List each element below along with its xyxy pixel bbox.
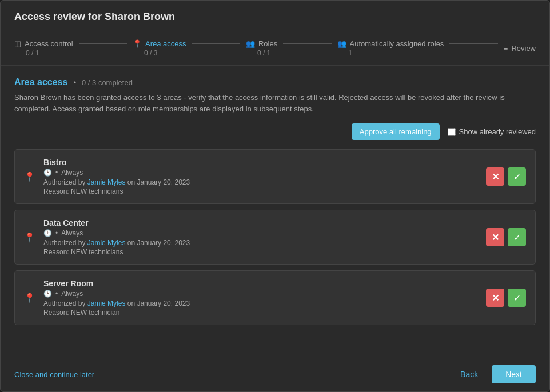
step-area-access-counter: 0 / 3 xyxy=(144,49,157,57)
access-item-body-datacenter: Data Center 🕑 • Always Authorized by Jam… xyxy=(43,218,478,256)
modal-title: Access review for Sharon Brown xyxy=(14,11,536,23)
step-roles[interactable]: 👥 Roles 0 / 1 xyxy=(246,39,277,57)
modal-header: Access review for Sharon Brown xyxy=(1,1,549,31)
footer-right: Back Next xyxy=(452,365,536,383)
step-access-control-counter: 0 / 1 xyxy=(26,49,39,57)
access-item-body-bistro: Bistro 🕑 • Always Authorized by Jamie My… xyxy=(43,158,478,195)
authorized-by-bistro[interactable]: Jamie Myles xyxy=(87,178,126,186)
step-area-access[interactable]: 📍 Area access 0 / 3 xyxy=(133,39,186,57)
always-text-bistro: Always xyxy=(61,169,83,177)
access-item-bistro: 📍 Bistro 🕑 • Always Authorized by Jamie … xyxy=(14,149,536,204)
separator: • xyxy=(55,290,58,298)
section-title-row: Area access • 0 / 3 completed xyxy=(14,77,536,87)
reject-button-datacenter[interactable]: ✕ xyxy=(486,228,504,246)
access-item-auth-serverroom: Authorized by Jamie Myles on January 20,… xyxy=(43,299,478,307)
next-button[interactable]: Next xyxy=(492,365,536,383)
separator: • xyxy=(55,229,58,237)
close-later-button[interactable]: Close and continue later xyxy=(14,370,94,379)
step-line-2 xyxy=(192,43,240,44)
authorized-on-bistro: January 20, 2023 xyxy=(137,178,190,186)
step-review-label: Review xyxy=(511,44,536,53)
access-item-name-serverroom: Server Room xyxy=(43,279,478,288)
authorized-by-datacenter[interactable]: Jamie Myles xyxy=(87,239,126,247)
step-access-control[interactable]: ◫ Access control 0 / 1 xyxy=(14,39,73,57)
step-line-3 xyxy=(283,43,331,44)
modal: Access review for Sharon Brown ◫ Access … xyxy=(0,0,550,392)
clock-icon-datacenter: 🕑 xyxy=(43,229,52,237)
step-roles-label: Roles xyxy=(258,39,277,48)
location-icon-datacenter: 📍 xyxy=(24,232,35,243)
show-reviewed-label[interactable]: Show already reviewed xyxy=(448,127,536,136)
area-access-icon: 📍 xyxy=(133,39,142,48)
separator: • xyxy=(55,169,58,177)
approve-button-bistro[interactable]: ✓ xyxy=(508,167,526,186)
step-auto-roles-counter: 1 xyxy=(349,49,353,57)
access-item-reason-bistro: Reason: NEW technicians xyxy=(43,187,478,195)
action-buttons-bistro: ✕ ✓ xyxy=(486,167,526,186)
reject-button-serverroom[interactable]: ✕ xyxy=(486,289,504,307)
authorized-on-datacenter: January 20, 2023 xyxy=(137,239,190,247)
access-item-auth-datacenter: Authorized by Jamie Myles on January 20,… xyxy=(43,239,478,247)
show-reviewed-text: Show already reviewed xyxy=(459,127,536,136)
step-area-access-label: Area access xyxy=(145,39,186,48)
access-item-meta-serverroom: 🕑 • Always xyxy=(43,290,478,298)
access-item-name-datacenter: Data Center xyxy=(43,218,478,227)
modal-footer: Close and continue later Back Next xyxy=(1,357,549,391)
always-text-datacenter: Always xyxy=(61,229,83,237)
section-description: Sharon Brown has been granted access to … xyxy=(14,92,536,114)
access-item-meta-bistro: 🕑 • Always xyxy=(43,169,478,177)
clock-icon-bistro: 🕑 xyxy=(43,169,52,177)
step-auto-roles[interactable]: 👥 Automatically assigned roles 1 xyxy=(337,39,444,57)
approve-remaining-button[interactable]: Approve all remaining xyxy=(352,123,440,140)
access-item-datacenter: 📍 Data Center 🕑 • Always Authorized by J… xyxy=(14,210,536,265)
approve-button-serverroom[interactable]: ✓ xyxy=(508,289,526,307)
access-control-icon: ◫ xyxy=(14,39,21,48)
review-icon: ≡ xyxy=(504,44,508,53)
roles-icon: 👥 xyxy=(246,39,255,48)
access-item-reason-datacenter: Reason: NEW technicians xyxy=(43,248,478,256)
location-icon-serverroom: 📍 xyxy=(24,293,35,303)
access-item-name-bistro: Bistro xyxy=(43,158,478,167)
authorized-on-serverroom: January 20, 2023 xyxy=(137,299,190,307)
step-line-1 xyxy=(79,43,127,44)
step-access-control-label: Access control xyxy=(25,39,73,48)
clock-icon-serverroom: 🕑 xyxy=(43,290,52,298)
section-title-text: Area access xyxy=(14,77,67,87)
access-item-reason-serverroom: Reason: NEW technician xyxy=(43,309,478,317)
show-reviewed-checkbox[interactable] xyxy=(448,128,456,136)
step-line-4 xyxy=(449,43,497,44)
reject-button-bistro[interactable]: ✕ xyxy=(486,167,504,186)
back-button[interactable]: Back xyxy=(452,365,486,383)
authorized-by-serverroom[interactable]: Jamie Myles xyxy=(87,299,126,307)
action-buttons-datacenter: ✕ ✓ xyxy=(486,228,526,246)
auto-roles-icon: 👥 xyxy=(337,39,346,48)
access-item-meta-datacenter: 🕑 • Always xyxy=(43,229,478,237)
access-item-auth-bistro: Authorized by Jamie Myles on January 20,… xyxy=(43,178,478,186)
access-item-body-serverroom: Server Room 🕑 • Always Authorized by Jam… xyxy=(43,279,478,317)
step-roles-counter: 0 / 1 xyxy=(257,49,270,57)
action-buttons-serverroom: ✕ ✓ xyxy=(486,289,526,307)
access-item-serverroom: 📍 Server Room 🕑 • Always Authorized by J… xyxy=(14,270,536,325)
section-progress: 0 / 3 completed xyxy=(82,78,133,87)
separator-dot: • xyxy=(73,78,76,87)
main-content: Area access • 0 / 3 completed Sharon Bro… xyxy=(1,66,549,357)
step-review[interactable]: ≡ Review xyxy=(504,44,536,53)
stepper: ◫ Access control 0 / 1 📍 Area access 0 /… xyxy=(1,31,549,66)
approve-button-datacenter[interactable]: ✓ xyxy=(508,228,526,246)
always-text-serverroom: Always xyxy=(61,290,83,298)
step-auto-roles-label: Automatically assigned roles xyxy=(350,39,444,48)
controls-row: Approve all remaining Show already revie… xyxy=(14,123,536,140)
location-icon-bistro: 📍 xyxy=(24,171,35,182)
